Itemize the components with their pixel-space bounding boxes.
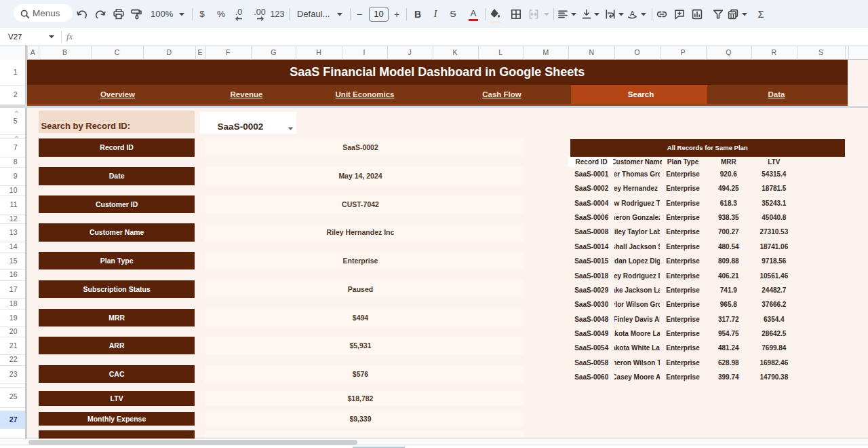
svg-text:A: A bbox=[630, 10, 635, 18]
